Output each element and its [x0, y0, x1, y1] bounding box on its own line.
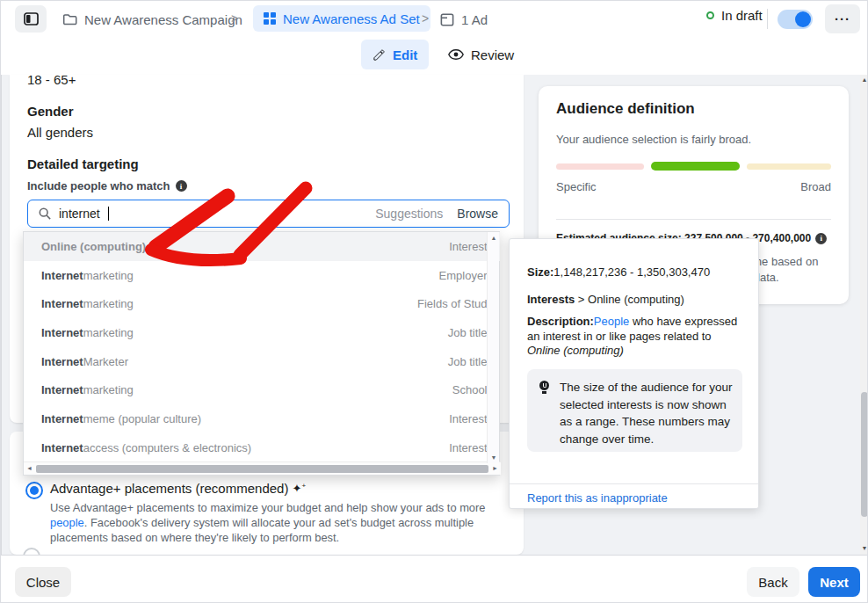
suggestion-rest: marketing	[83, 326, 134, 339]
popover-divider	[510, 483, 758, 484]
footer-bar: Close Back Next	[1, 555, 868, 603]
scroll-right-icon[interactable]: ►	[492, 465, 498, 471]
adset-grid-icon	[264, 12, 276, 25]
more-options-button[interactable]: ···	[825, 4, 860, 33]
close-button[interactable]: Close	[15, 567, 71, 597]
scroll-up-icon[interactable]: ▲	[488, 235, 500, 241]
next-button[interactable]: Next	[808, 567, 860, 597]
detailed-targeting-search-input[interactable]: internet Suggestions Browse	[27, 200, 510, 228]
breadcrumb-ad[interactable]: 1 Ad	[440, 8, 488, 31]
suggestion-term: Internet	[41, 269, 83, 282]
suggestion-rest: marketing	[83, 383, 134, 396]
suggestion-rest: marketing	[83, 269, 134, 282]
tip-text: The size of the audience for your select…	[560, 379, 735, 447]
scroll-left-icon[interactable]: ◄	[26, 465, 33, 471]
suggestion-term: Internet	[41, 441, 83, 454]
toggle-knob	[795, 11, 811, 27]
detailed-targeting-label: Detailed targeting	[27, 156, 139, 171]
search-value: internet	[59, 207, 100, 221]
audience-gauge	[556, 162, 831, 171]
suggestion-row[interactable]: Internet access (computers & electronics…	[24, 433, 500, 462]
suggestion-row[interactable]: Internet meme (popular culture) Interest…	[24, 404, 500, 433]
suggestion-rest: access (computers & electronics)	[83, 441, 251, 454]
suggestion-rest: meme (popular culture)	[83, 412, 201, 425]
suggestion-term: Internet	[41, 326, 83, 339]
suggestion-rest: marketing	[83, 297, 134, 310]
report-inappropriate-link[interactable]: Report this as inappropriate	[527, 491, 668, 505]
popover-size-line: Size:1,148,217,236 - 1,350,303,470	[527, 265, 710, 279]
breadcrumb-ad-label: 1 Ad	[461, 12, 488, 27]
tab-edit[interactable]: Edit	[361, 40, 429, 69]
advantage-placements-radio[interactable]	[25, 482, 43, 499]
dropdown-horizontal-scrollbar[interactable]: ◄ ►	[24, 461, 501, 475]
info-icon[interactable]: i	[815, 233, 827, 244]
breadcrumb-campaign[interactable]: New Awareness Campaign	[62, 8, 242, 31]
breadcrumb-chevron-icon: >	[231, 11, 238, 25]
draft-toggle[interactable]	[778, 10, 813, 29]
page-scrollbar[interactable]: ▲ ▼	[860, 75, 868, 555]
people-link[interactable]: People	[594, 315, 629, 328]
suggestion-category: Employers	[439, 269, 493, 282]
suggestion-term: Internet	[41, 412, 83, 425]
gauge-scale: Specific Broad	[556, 180, 831, 193]
suggestion-rest: Online (computing)	[41, 240, 146, 253]
suggestion-category: Fields of Study	[417, 297, 493, 310]
suggestion-term: Internet	[41, 355, 83, 368]
suggestion-row-online-computing[interactable]: Online (computing) Interests	[24, 232, 500, 261]
browse-link[interactable]: Browse	[457, 207, 498, 221]
info-icon[interactable]: i	[176, 180, 187, 192]
suggestion-row[interactable]: Internet Marketer Job titles	[24, 347, 500, 376]
gauge-specific-label: Specific	[556, 180, 597, 193]
scroll-down-icon[interactable]: ▼	[488, 454, 500, 461]
ad-frame-icon	[440, 13, 454, 26]
breadcrumb-chevron-icon: >	[422, 11, 429, 25]
ads-manager-window: New Awareness Campaign > New Awareness A…	[0, 0, 868, 603]
suggestion-row[interactable]: Internet marketing Job titles	[24, 318, 500, 347]
people-link[interactable]: people	[50, 516, 84, 529]
card-divider	[556, 219, 831, 220]
tab-review-label: Review	[471, 47, 514, 62]
suggestion-row[interactable]: Internet marketing Fields of Study	[24, 289, 500, 318]
vertical-scroll-thumb[interactable]	[861, 392, 868, 517]
breadcrumb-adset[interactable]: New Awareness Ad Set	[253, 5, 430, 32]
search-icon	[39, 207, 51, 220]
scroll-up-icon[interactable]: ▲	[860, 76, 868, 83]
suggestion-rest: Marketer	[83, 355, 128, 368]
suggestion-term: Internet	[41, 383, 83, 396]
draft-status-label: In draft	[721, 8, 763, 23]
header-divider	[767, 9, 768, 29]
gauge-specific-segment	[556, 163, 644, 170]
tab-review[interactable]: Review	[437, 40, 525, 69]
suggestion-term: Internet	[41, 297, 83, 310]
suggestions-list: Online (computing) Interests Internet ma…	[24, 232, 500, 462]
scroll-down-icon[interactable]: ▼	[860, 545, 868, 551]
suggestions-link[interactable]: Suggestions	[375, 207, 443, 221]
eye-icon	[448, 48, 464, 61]
draft-status-dot-icon	[706, 11, 714, 19]
sidebar-toggle-button[interactable]	[15, 5, 47, 33]
breadcrumb-adset-label: New Awareness Ad Set	[283, 11, 420, 26]
suggestion-row[interactable]: Internet marketing Schools	[24, 375, 500, 404]
tab-edit-label: Edit	[393, 47, 417, 62]
include-people-label: Include people who match i	[27, 179, 187, 193]
draft-status: In draft	[706, 8, 763, 23]
advantage-placements-description: Use Advantage+ placements to maximize yo…	[50, 500, 519, 545]
gauge-broad-label: Broad	[800, 180, 831, 193]
back-button[interactable]: Back	[747, 567, 799, 597]
interest-details-popover: Size:1,148,217,236 - 1,350,303,470 Inter…	[509, 238, 759, 509]
folder-icon	[62, 12, 77, 26]
sparkle-icon: ✦+	[293, 482, 307, 495]
horizontal-scroll-thumb[interactable]	[36, 465, 488, 473]
popover-description: Description:People who have expressed an…	[527, 315, 745, 359]
popover-interest-path: Interests > Online (computing)	[527, 293, 684, 306]
audience-definition-subtitle: Your audience selection is fairly broad.	[556, 133, 751, 146]
text-caret	[108, 207, 109, 221]
lightbulb-icon	[539, 381, 551, 395]
breadcrumb-campaign-label: New Awareness Campaign	[84, 12, 242, 27]
header-bar: New Awareness Campaign > New Awareness A…	[1, 1, 868, 75]
age-range-value: 18 - 65+	[27, 75, 76, 87]
suggestions-dropdown: Online (computing) Interests Internet ma…	[23, 231, 500, 476]
suggestion-row[interactable]: Internet marketing Employers	[24, 261, 500, 290]
dropdown-vertical-scrollbar[interactable]: ▲ ▼	[487, 232, 499, 463]
advantage-placements-text: Advantage+ placements (recommended)	[50, 481, 288, 496]
